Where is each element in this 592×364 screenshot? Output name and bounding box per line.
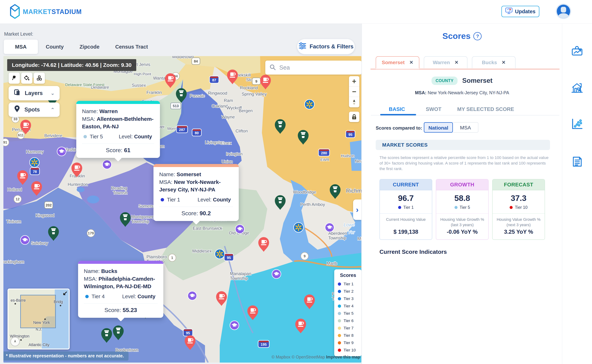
market-tab-somerset[interactable]: Somerset ✕: [376, 56, 419, 68]
improve-map-link[interactable]: Improve this map: [326, 355, 360, 359]
map-place-label: Middlesex: [192, 249, 212, 254]
svg-text:84: 84: [194, 59, 198, 63]
help-icon[interactable]: ?: [473, 32, 482, 40]
legend-row-tier-5: Tier 5: [338, 310, 361, 317]
university-marker[interactable]: [20, 235, 29, 244]
minimap-collapse-icon[interactable]: ↙: [63, 289, 68, 297]
mapbox-attribution[interactable]: © Mapbox: [272, 355, 290, 359]
map-place-label: Oakland: [212, 104, 228, 108]
map-place-label: Montgomery: [131, 214, 155, 219]
search-input[interactable]: [279, 64, 355, 71]
pin-toggle-button[interactable]: [9, 73, 20, 84]
close-icon[interactable]: ✕: [409, 60, 413, 65]
university-marker[interactable]: [235, 225, 244, 234]
walmart-marker[interactable]: [294, 223, 303, 232]
map-canvas[interactable]: MiddletownPort JervisMontagueHigh PointW…: [3, 56, 361, 363]
card-metric-label: Housing Value Growth %(next 3 years): [495, 217, 542, 228]
legend-tier-dot: [338, 334, 341, 337]
map-place-label: Mid: [357, 236, 361, 241]
map-place-label: Manalapan: [230, 271, 251, 276]
map-lake-0: [87, 195, 99, 203]
map-place-label: Clifton: [235, 129, 248, 133]
map-place-label: Sussex: [132, 83, 146, 88]
legend-row-tier-10: Tier 10: [338, 346, 361, 354]
road-shield-195: 195: [258, 340, 269, 348]
market-tab-bucks[interactable]: Bucks ✕: [472, 56, 516, 68]
compass-pitch-button[interactable]: ▲▼: [349, 97, 359, 107]
tooltip-tier: Tier 5: [90, 133, 103, 140]
walmart-marker[interactable]: [215, 249, 225, 259]
county-name: Somerset: [462, 77, 492, 84]
overview-minimap[interactable]: es-BarreBridgNew YorkN.J.WilmingtonAtlan…: [7, 289, 70, 350]
housing-icon[interactable]: [571, 82, 583, 93]
svg-text:9: 9: [303, 254, 305, 258]
legend-title: Scores: [340, 273, 361, 278]
cluster-button[interactable]: [34, 73, 45, 84]
market-level-tab-zipcode[interactable]: Zipcode: [72, 44, 107, 50]
tooltip-msa: MSA: New York-Newark-Jersey City, NY-NJ-…: [159, 178, 233, 194]
university-marker[interactable]: [102, 160, 111, 169]
score-card-forecast: FORECAST 37.3 Tier 10 Housing Value Grow…: [492, 179, 545, 240]
scatter-chart-icon[interactable]: [571, 118, 583, 130]
compare-option-national[interactable]: National: [424, 122, 453, 133]
zoom-out-button[interactable]: −: [349, 87, 359, 97]
legend-row-tier-1: Tier 1: [338, 280, 361, 288]
map-place-label: Township: [328, 235, 346, 240]
road-shield-95: 95: [346, 130, 355, 138]
minimap-label: es-Barre: [11, 298, 26, 303]
panel-collapse-chevron[interactable]: ›: [353, 200, 361, 220]
university-marker[interactable]: [57, 147, 66, 156]
market-level-tab-county[interactable]: County: [38, 44, 72, 50]
legend-tier-dot: [338, 282, 341, 286]
university-marker[interactable]: [188, 291, 197, 300]
map-tooltip-warren: Name: Warren MSA: Allentown-Bethlehem-Ea…: [76, 101, 160, 158]
map-coordinates-bar: Longitude: -74.62 | Latitude: 40.56 | Zo…: [7, 59, 136, 71]
university-marker[interactable]: [325, 223, 334, 232]
market-tab-warren[interactable]: Warren ✕: [424, 56, 467, 68]
updates-button[interactable]: Updates: [501, 6, 539, 17]
layers-button[interactable]: Layers ⌄: [9, 86, 60, 100]
view-tab-basic[interactable]: BASIC: [389, 106, 405, 112]
card-title: CURRENT: [380, 179, 432, 190]
map-search-box[interactable]: [265, 61, 361, 75]
report-icon[interactable]: [571, 156, 583, 168]
road-shield-95: 95: [224, 254, 234, 261]
market-level-tab-census-tract[interactable]: Census Tract: [107, 44, 156, 50]
map-place-label: New York: [355, 159, 361, 163]
fill-layer-button[interactable]: [21, 73, 32, 84]
sliders-icon: [298, 42, 306, 51]
university-marker[interactable]: [272, 270, 281, 279]
cafe-pin[interactable]: [258, 237, 269, 252]
market-level-tab-msa[interactable]: MSA: [4, 40, 38, 54]
legend-row-tier-2: Tier 2: [338, 288, 361, 295]
tooltip-tier: Tier 4: [92, 293, 105, 300]
map-zoom-controls: + − ▲▼: [349, 76, 359, 107]
brand-logo[interactable]: MARKETSTADIUM: [10, 4, 82, 20]
university-marker[interactable]: [230, 321, 239, 330]
card-title: GROWTH: [436, 179, 488, 190]
close-icon[interactable]: ✕: [455, 60, 458, 65]
market-level-label: Market Level:: [4, 31, 33, 37]
score-card-growth: GROWTH 58.8 Tier 5 Housing Value Growth …: [436, 179, 489, 240]
osm-attribution[interactable]: © OpenStreetMap: [291, 355, 325, 359]
lock-button[interactable]: [349, 112, 359, 122]
spots-button[interactable]: Spots ⌃: [9, 103, 60, 117]
tooltip-msa: MSA: Philadelphia-Camden-Wilmington, PA-…: [84, 275, 158, 290]
minimap-compass-icon[interactable]: [10, 337, 20, 346]
user-avatar[interactable]: [556, 4, 571, 19]
walmart-marker[interactable]: [30, 157, 39, 167]
map-place-label: Holland: [7, 187, 22, 192]
zoom-in-button[interactable]: +: [349, 76, 359, 87]
legend-row-tier-6: Tier 6: [338, 317, 361, 324]
view-tab-swot[interactable]: SWOT: [426, 106, 441, 112]
coffee-shop-pin[interactable]: [275, 195, 286, 210]
market-trend-icon[interactable]: [571, 46, 583, 58]
factors-filters-button[interactable]: Factors & Filters: [297, 39, 355, 54]
view-tab-my-selected-score[interactable]: MY SELECTED SCORE: [457, 106, 514, 112]
legend-row-tier-7: Tier 7: [338, 324, 361, 332]
close-icon[interactable]: ✕: [502, 60, 506, 65]
card-metric-value: $ 199,138: [380, 229, 432, 235]
cafe-pin[interactable]: [216, 291, 227, 306]
compare-option-msa[interactable]: MSA: [453, 122, 478, 133]
walmart-marker[interactable]: [305, 99, 314, 109]
